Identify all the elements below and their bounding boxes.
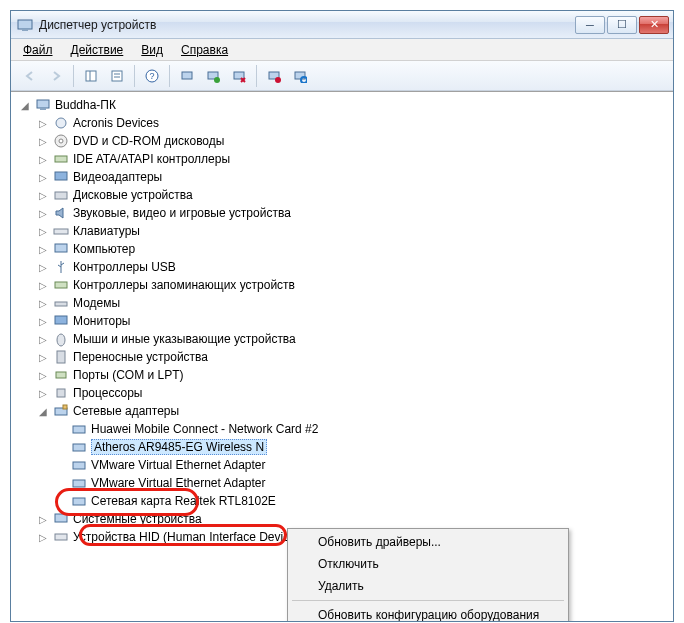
- svg-rect-24: [55, 156, 67, 162]
- expand-icon[interactable]: ▷: [37, 370, 49, 381]
- tree-category[interactable]: ▷Модемы: [35, 294, 673, 312]
- menu-help[interactable]: Справка: [173, 41, 236, 59]
- help-button[interactable]: ?: [140, 64, 164, 88]
- tree-category[interactable]: ▷Контроллеры USB: [35, 258, 673, 276]
- svg-rect-27: [54, 229, 68, 234]
- expand-icon[interactable]: ▷: [37, 334, 49, 345]
- uninstall-button[interactable]: [227, 64, 251, 88]
- ctx-disable[interactable]: Отключить: [290, 553, 566, 575]
- tree-device[interactable]: VMware Virtual Ethernet Adapter: [53, 456, 673, 474]
- svg-rect-38: [73, 426, 85, 433]
- expand-icon[interactable]: ▷: [37, 118, 49, 129]
- tree-category[interactable]: ▷Системные устройства: [35, 510, 673, 528]
- system-icon: [53, 511, 69, 527]
- svg-rect-42: [73, 498, 85, 505]
- tree-category[interactable]: ▷Дисковые устройства: [35, 186, 673, 204]
- collapse-icon[interactable]: ◢: [37, 406, 49, 417]
- expand-icon[interactable]: ▷: [37, 262, 49, 273]
- tree-category-network[interactable]: ◢ Сетевые адаптеры: [35, 402, 673, 420]
- svg-rect-20: [40, 108, 46, 110]
- network-adapter-icon: [71, 493, 87, 509]
- toolbar-separator: [73, 65, 74, 87]
- device-tree[interactable]: ◢ Buddha-ПК ▷Acronis Devices ▷DVD и CD-R…: [11, 96, 673, 546]
- category-label: IDE ATA/ATAPI контроллеры: [73, 152, 230, 166]
- expand-icon[interactable]: ▷: [37, 154, 49, 165]
- close-button[interactable]: ✕: [639, 16, 669, 34]
- network-adapter-icon: [71, 421, 87, 437]
- category-label: Переносные устройства: [73, 350, 208, 364]
- expand-icon[interactable]: ▷: [37, 532, 49, 543]
- disable-button[interactable]: [262, 64, 286, 88]
- collapse-icon[interactable]: ◢: [19, 100, 31, 111]
- tree-category[interactable]: ▷Видеоадаптеры: [35, 168, 673, 186]
- expand-icon[interactable]: ▷: [37, 190, 49, 201]
- category-label: Порты (COM и LPT): [73, 368, 184, 382]
- category-label: Мыши и иные указывающие устройства: [73, 332, 296, 346]
- tree-category[interactable]: ▷Звуковые, видео и игровые устройства: [35, 204, 673, 222]
- disc-icon: [53, 133, 69, 149]
- ctx-delete[interactable]: Удалить: [290, 575, 566, 597]
- tree-category[interactable]: ▷DVD и CD-ROM дисководы: [35, 132, 673, 150]
- context-menu: Обновить драйверы... Отключить Удалить О…: [287, 528, 569, 621]
- tree-device[interactable]: VMware Virtual Ethernet Adapter: [53, 474, 673, 492]
- tree-category[interactable]: ▷Компьютер: [35, 240, 673, 258]
- svg-rect-2: [86, 71, 96, 81]
- tree-category[interactable]: ▷Мониторы: [35, 312, 673, 330]
- menu-file[interactable]: Файл: [15, 41, 61, 59]
- tree-device[interactable]: Huawei Mobile Connect - Network Card #2: [53, 420, 673, 438]
- show-hide-tree-button[interactable]: [79, 64, 103, 88]
- device-label: Сетевая карта Realtek RTL8102E: [91, 494, 276, 508]
- rescan-button[interactable]: [288, 64, 312, 88]
- tree-category[interactable]: ▷Порты (COM и LPT): [35, 366, 673, 384]
- svg-rect-37: [63, 405, 67, 409]
- expand-icon[interactable]: ▷: [37, 352, 49, 363]
- forward-button: [44, 64, 68, 88]
- tree-category[interactable]: ▷IDE ATA/ATAPI контроллеры: [35, 150, 673, 168]
- category-label: Дисковые устройства: [73, 188, 193, 202]
- device-label: Atheros AR9485-EG Wireless N: [91, 439, 267, 455]
- ctx-update-drivers[interactable]: Обновить драйверы...: [290, 531, 566, 553]
- tree-category[interactable]: ▷Мыши и иные указывающие устройства: [35, 330, 673, 348]
- expand-icon[interactable]: ▷: [37, 136, 49, 147]
- toolbar-separator: [134, 65, 135, 87]
- category-label: Клавиатуры: [73, 224, 140, 238]
- tree-device[interactable]: Сетевая карта Realtek RTL8102E: [53, 492, 673, 510]
- expand-icon[interactable]: ▷: [37, 226, 49, 237]
- tree-root[interactable]: ◢ Buddha-ПК: [17, 96, 673, 114]
- category-label: Устройства HID (Human Interface Devices): [73, 530, 306, 544]
- window-title: Диспетчер устройств: [39, 18, 569, 32]
- menu-view[interactable]: Вид: [133, 41, 171, 59]
- svg-rect-33: [57, 351, 65, 363]
- ctx-rescan[interactable]: Обновить конфигурацию оборудования: [290, 604, 566, 621]
- maximize-button[interactable]: ☐: [607, 16, 637, 34]
- svg-rect-28: [55, 244, 67, 252]
- device-tree-pane: ◢ Buddha-ПК ▷Acronis Devices ▷DVD и CD-R…: [11, 91, 673, 621]
- tree-category[interactable]: ▷Переносные устройства: [35, 348, 673, 366]
- expand-icon[interactable]: ▷: [37, 388, 49, 399]
- expand-icon[interactable]: ▷: [37, 316, 49, 327]
- properties-button[interactable]: [105, 64, 129, 88]
- expand-icon[interactable]: ▷: [37, 208, 49, 219]
- tree-device-selected[interactable]: Atheros AR9485-EG Wireless N: [53, 438, 673, 456]
- tree-category[interactable]: ▷Клавиатуры: [35, 222, 673, 240]
- display-icon: [53, 169, 69, 185]
- expand-icon[interactable]: ▷: [37, 280, 49, 291]
- tree-category[interactable]: ▷Процессоры: [35, 384, 673, 402]
- device-label: Huawei Mobile Connect - Network Card #2: [91, 422, 318, 436]
- modem-icon: [53, 295, 69, 311]
- expand-icon[interactable]: ▷: [37, 514, 49, 525]
- tree-category[interactable]: ▷Контроллеры запоминающих устройств: [35, 276, 673, 294]
- category-label: Сетевые адаптеры: [73, 404, 179, 418]
- expand-icon[interactable]: ▷: [37, 244, 49, 255]
- svg-point-32: [57, 334, 65, 346]
- tree-category[interactable]: ▷Acronis Devices: [35, 114, 673, 132]
- expand-icon[interactable]: ▷: [37, 298, 49, 309]
- menu-action[interactable]: Действие: [63, 41, 132, 59]
- expand-icon[interactable]: ▷: [37, 172, 49, 183]
- minimize-button[interactable]: ─: [575, 16, 605, 34]
- scan-button[interactable]: [175, 64, 199, 88]
- update-driver-button[interactable]: [201, 64, 225, 88]
- device-label: VMware Virtual Ethernet Adapter: [91, 458, 266, 472]
- usb-icon: [53, 259, 69, 275]
- controller-icon: [53, 151, 69, 167]
